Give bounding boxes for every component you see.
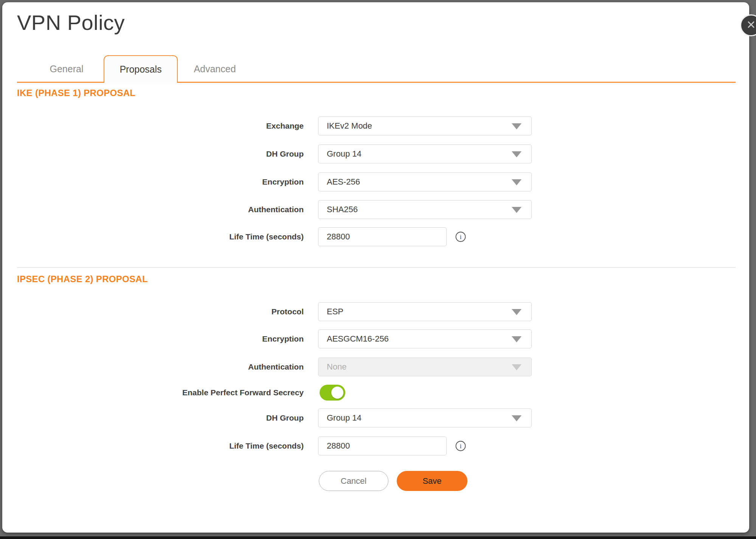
toggle-knob: [331, 387, 343, 399]
chevron-down-icon: [512, 179, 522, 185]
chevron-down-icon: [512, 123, 522, 129]
chevron-down-icon: [512, 151, 522, 157]
ike-authentication-select-value: SHA256: [327, 205, 358, 214]
ike-encryption-select[interactable]: AES-256: [318, 172, 532, 191]
save-button[interactable]: Save: [397, 471, 467, 491]
ike-dh-group-label: DH Group: [2, 144, 304, 163]
ipsec-encryption-select-value: AESGCM16-256: [327, 334, 389, 344]
tab-proposals[interactable]: Proposals: [104, 55, 178, 83]
protocol-select-value: ESP: [327, 307, 343, 317]
ike-dh-group-select-value: Group 14: [327, 149, 362, 159]
ipsec-encryption-row: Encryption AESGCM16-256: [2, 329, 551, 348]
chevron-down-icon: [512, 309, 522, 315]
info-icon: i: [455, 231, 466, 242]
tab-general[interactable]: General: [29, 55, 104, 83]
chevron-down-icon: [512, 336, 522, 342]
ipsec-authentication-row: Authentication None: [2, 357, 551, 376]
ike-authentication-row: Authentication SHA256: [2, 200, 551, 219]
ike-encryption-select-value: AES-256: [327, 177, 360, 187]
tab-advanced-label: Advanced: [194, 64, 236, 75]
ipsec-encryption-select[interactable]: AESGCM16-256: [318, 329, 532, 348]
pfs-row: Enable Perfect Forward Secrecy: [2, 385, 551, 401]
ipsec-encryption-label: Encryption: [2, 329, 304, 348]
pfs-label: Enable Perfect Forward Secrecy: [2, 385, 304, 401]
protocol-label: Protocol: [2, 302, 304, 321]
ipsec-lifetime-row: Life Time (seconds) i: [2, 436, 551, 455]
ipsec-dh-group-select-value: Group 14: [327, 413, 362, 423]
tab-general-label: General: [50, 64, 84, 75]
svg-text:i: i: [460, 233, 462, 241]
close-icon: [745, 19, 756, 32]
vpn-policy-dialog: VPN Policy General Proposals Advanced IK…: [2, 2, 749, 533]
ike-encryption-row: Encryption AES-256: [2, 172, 551, 191]
ike-lifetime-input[interactable]: [318, 227, 447, 246]
ipsec-authentication-label: Authentication: [2, 357, 304, 376]
exchange-row: Exchange IKEv2 Mode: [2, 116, 551, 135]
ipsec-dh-group-label: DH Group: [2, 409, 304, 427]
ike-authentication-label: Authentication: [2, 200, 304, 219]
ipsec-dh-group-row: DH Group Group 14: [2, 409, 551, 427]
exchange-select-value: IKEv2 Mode: [327, 121, 372, 131]
ike-lifetime-label: Life Time (seconds): [2, 227, 304, 246]
protocol-row: Protocol ESP: [2, 302, 551, 321]
ike-authentication-select[interactable]: SHA256: [318, 200, 532, 219]
tab-advanced[interactable]: Advanced: [178, 55, 252, 83]
section-divider: [17, 267, 736, 268]
chevron-down-icon: [512, 415, 522, 421]
ike-dh-group-select[interactable]: Group 14: [318, 144, 532, 163]
chevron-down-icon: [512, 364, 522, 370]
protocol-select[interactable]: ESP: [318, 302, 532, 321]
ike-section-heading: IKE (PHASE 1) PROPOSAL: [17, 88, 135, 98]
exchange-label: Exchange: [2, 116, 304, 135]
cancel-button-label: Cancel: [341, 476, 366, 486]
ipsec-dh-group-select[interactable]: Group 14: [318, 409, 532, 427]
ipsec-authentication-select: None: [318, 357, 532, 376]
page-title: VPN Policy: [17, 10, 125, 36]
ipsec-lifetime-input[interactable]: [318, 436, 447, 455]
exchange-select[interactable]: IKEv2 Mode: [318, 116, 532, 135]
cancel-button[interactable]: Cancel: [319, 471, 388, 491]
ike-lifetime-row: Life Time (seconds) i: [2, 227, 551, 246]
ike-dh-group-row: DH Group Group 14: [2, 144, 551, 163]
svg-text:i: i: [460, 443, 462, 450]
chevron-down-icon: [512, 207, 522, 213]
bottom-edge-bar: [0, 536, 756, 539]
ipsec-section-heading: IPSEC (PHASE 2) PROPOSAL: [17, 274, 148, 284]
info-icon: i: [455, 440, 466, 452]
save-button-label: Save: [422, 476, 441, 486]
ike-encryption-label: Encryption: [2, 172, 304, 191]
pfs-toggle[interactable]: [320, 385, 345, 401]
ipsec-lifetime-label: Life Time (seconds): [2, 436, 304, 455]
ipsec-authentication-select-value: None: [327, 362, 347, 372]
tab-proposals-label: Proposals: [120, 64, 161, 75]
